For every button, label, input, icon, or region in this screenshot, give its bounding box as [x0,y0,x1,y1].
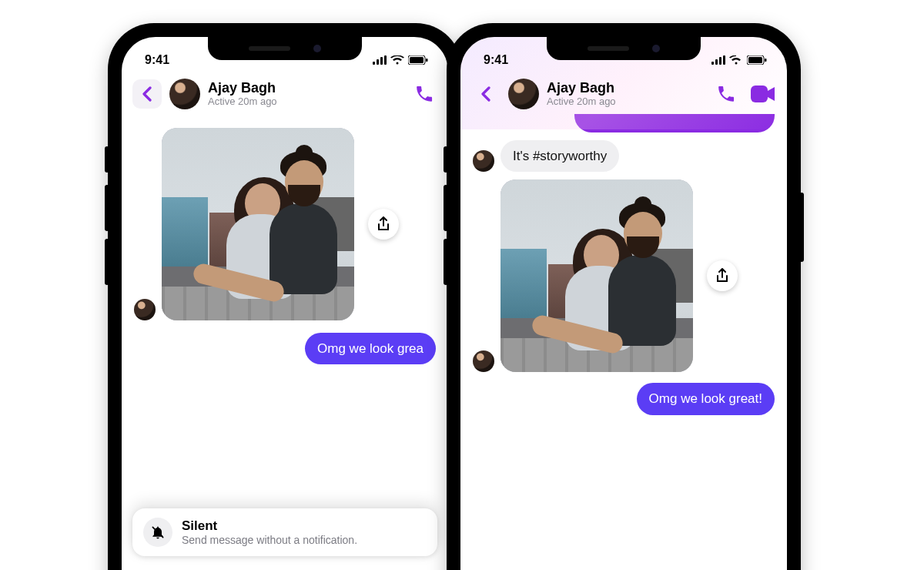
svg-rect-9 [715,59,718,65]
voice-call-button[interactable] [713,83,739,105]
svg-rect-10 [719,57,721,65]
contact-avatar[interactable] [508,79,539,109]
voice-call-button[interactable] [411,83,437,105]
svg-rect-0 [373,62,375,65]
message-thread[interactable]: It's #storyworthy Omg we look great! [460,114,787,570]
contact-presence: Active 20m ago [208,96,277,108]
command-suggestion[interactable]: Silent Send message without a notificati… [132,508,437,556]
back-button[interactable] [471,79,500,109]
clock: 9:41 [145,53,169,67]
share-button[interactable] [368,209,399,240]
photo-message[interactable] [500,179,693,372]
cellular-icon [711,55,725,65]
photo-message[interactable] [162,128,354,320]
back-button[interactable] [132,79,162,109]
sender-avatar[interactable] [473,350,494,372]
sender-avatar[interactable] [473,150,494,172]
video-icon [751,86,775,102]
wifi-icon [729,55,743,65]
phone-mock-left: 9:41 Ajay Bagh Active 20m ago [108,23,462,570]
svg-rect-11 [723,55,725,65]
device-notch [547,37,701,60]
chat-header: Ajay Bagh Active 20m ago [460,72,787,116]
svg-rect-5 [410,57,424,63]
chevron-left-icon [480,86,491,102]
sender-avatar[interactable] [134,299,156,320]
chat-header: Ajay Bagh Active 20m ago [122,72,448,116]
sent-message[interactable]: Omg we look grea [305,333,436,364]
message-thread[interactable]: Omg we look grea [122,117,448,570]
phone-icon [414,84,434,104]
phone-mock-right: 9:41 Ajay Bagh Active 20m ago [447,23,801,570]
phone-icon [716,84,736,104]
contact-avatar[interactable] [169,79,200,109]
contact-info[interactable]: Ajay Bagh Active 20m ago [208,80,277,108]
svg-rect-2 [380,57,383,65]
battery-icon [408,55,428,65]
share-icon [715,268,729,283]
video-call-button[interactable] [750,83,776,105]
clock: 9:41 [484,53,508,67]
suggestion-desc: Send message without a notification. [182,534,357,546]
contact-name: Ajay Bagh [208,80,277,96]
svg-rect-1 [377,59,379,65]
wifi-icon [390,55,404,65]
contact-name: Ajay Bagh [547,80,616,96]
sent-message[interactable]: Omg we look great! [637,383,775,414]
contact-presence: Active 20m ago [547,96,616,108]
received-message[interactable]: It's #storyworthy [500,140,619,172]
svg-rect-14 [765,59,767,62]
device-notch [208,37,362,60]
svg-rect-13 [748,57,762,63]
bell-off-icon [150,525,166,540]
chevron-left-icon [142,86,152,102]
svg-rect-6 [426,59,428,62]
svg-rect-3 [384,55,387,65]
svg-rect-8 [711,62,714,65]
svg-rect-15 [751,86,768,102]
contact-info[interactable]: Ajay Bagh Active 20m ago [547,80,616,108]
suggestion-title: Silent [182,518,357,534]
share-icon [377,216,390,232]
battery-icon [747,55,767,65]
share-button[interactable] [707,260,738,291]
cellular-icon [373,55,387,65]
